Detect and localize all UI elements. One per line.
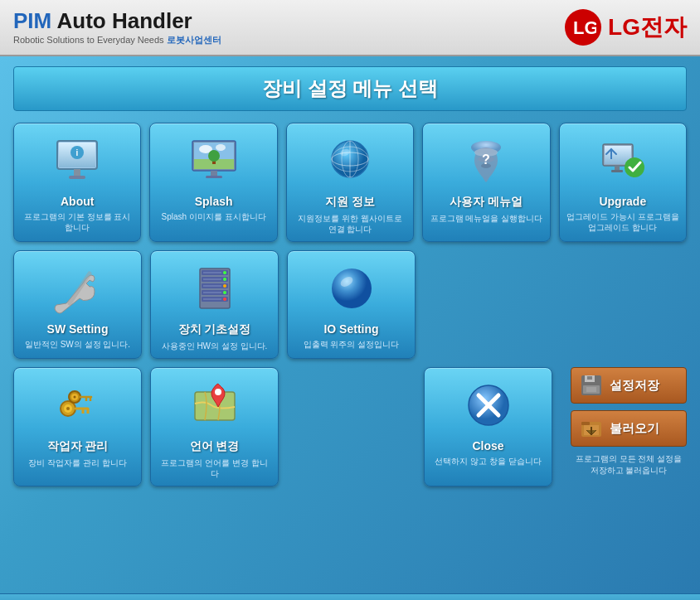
svg-rect-78 (581, 422, 590, 425)
menu-card-support[interactable]: 지원 정보 지원정보를 위한 웹사이트로 연결 합니다 (286, 123, 414, 242)
load-button[interactable]: 불러오기 (571, 410, 687, 447)
menu-card-upgrade[interactable]: Upgrade 업그레이드 가능시 프로그램을 업그레이드 합니다 (559, 123, 687, 242)
save-button[interactable]: 설정저장 (571, 367, 687, 404)
upgrade-title: Upgrade (599, 195, 646, 208)
svg-point-15 (208, 150, 220, 162)
close-title: Close (472, 439, 503, 452)
svg-text:?: ? (483, 152, 491, 167)
row3-spacer (287, 367, 416, 486)
manual-desc: 프로그램 메뉴얼을 실행합니다 (430, 213, 543, 224)
upgrade-icon (594, 132, 652, 190)
menu-card-device[interactable]: 장치 기초설정 사용중인 HW의 설정 입니다. (150, 250, 279, 359)
app-title-pim: PIM (13, 8, 51, 33)
menu-row2: SW Setting 일반적인 SW의 설정 입니다. (13, 250, 687, 359)
svg-rect-74 (587, 376, 592, 380)
support-title: 지원 정보 (325, 195, 375, 210)
svg-rect-4 (74, 169, 80, 176)
svg-text:LG: LG (573, 17, 596, 38)
menu-row3: 작업자 관리 장비 작업자를 관리 합니다 (13, 367, 687, 486)
worker-desc: 장비 작업자를 관리 합니다 (28, 457, 126, 468)
menu-card-io[interactable]: IO Setting 입출력 위주의 설정입니다 (287, 250, 416, 359)
header: PIM Auto Handler Robotic Solutions to Ev… (0, 0, 700, 56)
sw-icon (49, 259, 107, 317)
menu-card-language[interactable]: 언어 변경 프로그램의 언어를 변경 합니다 (150, 367, 279, 486)
device-icon (186, 259, 244, 317)
svg-rect-5 (69, 176, 85, 179)
menu-row1: i About 프로그램의 기본 정보를 표시 합니다 (13, 123, 687, 242)
svg-rect-17 (206, 176, 222, 178)
svg-point-45 (223, 284, 226, 288)
io-desc: 입출력 위주의 설정입니다 (304, 339, 400, 350)
svg-point-44 (223, 278, 226, 281)
lg-logo-icon: LG (565, 9, 601, 46)
menu-card-splash[interactable]: Splash Splash 이미지를 표시합니다 (149, 123, 277, 242)
menu-card-manual[interactable]: ? 사용자 메뉴얼 프로그램 메뉴얼을 실행합니다 (422, 123, 550, 242)
splash-title: Splash (195, 195, 233, 208)
svg-point-68 (215, 389, 221, 395)
lg-brand-text: LG전자 (608, 12, 687, 43)
svg-point-43 (223, 271, 226, 274)
bottom-bar: 설정할 메뉴를 선택 하시기 바랍니다 (0, 593, 700, 600)
sw-desc: 일반적인 SW의 설정 입니다. (25, 339, 130, 350)
buttons-desc: 프로그램의 모든 전체 설정을 저장하고 불러옵니다 (571, 453, 687, 477)
monitor-icon: i (48, 132, 106, 190)
subtitle-kr: 로봇사업센터 (167, 35, 221, 45)
subtitle-en: Robotic Solutions to Everyday Needs (13, 35, 164, 45)
device-desc: 사용중인 HW의 설정 입니다. (162, 341, 268, 351)
svg-point-46 (223, 291, 226, 294)
menu-card-worker[interactable]: 작업자 관리 장비 작업자를 관리 합니다 (13, 367, 142, 486)
header-left: PIM Auto Handler Robotic Solutions to Ev… (13, 8, 221, 46)
svg-point-53 (332, 269, 372, 308)
svg-rect-32 (615, 166, 620, 170)
close-desc: 선택하지 않고 창을 닫습니다 (435, 456, 541, 467)
header-right: LG LG전자 (565, 9, 687, 46)
worker-icon (49, 376, 107, 434)
language-title: 언어 변경 (190, 439, 240, 454)
sw-title: SW Setting (47, 322, 109, 336)
app-subtitle: Robotic Solutions to Everyday Needs 로봇사업… (13, 34, 221, 46)
language-icon (186, 376, 244, 434)
save-icon (580, 374, 603, 397)
action-buttons: 설정저장 불러오기 프로그램의 모든 전체 설정을 저장하고 불러옵니다 (571, 367, 687, 477)
svg-rect-33 (611, 170, 623, 172)
page-title: 장비 설정 메뉴 선택 (22, 75, 678, 102)
row3-left: 작업자 관리 장비 작업자를 관리 합니다 (13, 367, 552, 486)
support-desc: 지원정보를 위한 웹사이트로 연결 합니다 (294, 213, 406, 235)
splash-desc: Splash 이미지를 표시합니다 (162, 211, 266, 222)
svg-point-63 (73, 396, 75, 399)
io-icon (323, 259, 381, 317)
load-label: 불러오기 (610, 421, 659, 437)
menu-card-about[interactable]: i About 프로그램의 기본 정보를 표시 합니다 (13, 123, 141, 242)
menu-card-sw[interactable]: SW Setting 일반적인 SW의 설정 입니다. (13, 250, 142, 359)
page-title-bar: 장비 설정 메뉴 선택 (13, 66, 687, 111)
main-content: 장비 설정 메뉴 선택 i About 프로그램의 (0, 56, 700, 593)
svg-point-57 (66, 407, 70, 410)
svg-text:i: i (76, 148, 79, 157)
about-title: About (61, 195, 94, 208)
splash-icon (185, 132, 243, 190)
menu-card-close[interactable]: Close 선택하지 않고 창을 닫습니다 (424, 367, 552, 486)
about-desc: 프로그램의 기본 정보를 표시 합니다 (21, 211, 134, 233)
app-title-rest: Auto Handler (51, 8, 192, 33)
close-icon (459, 376, 518, 434)
web-icon (321, 132, 379, 190)
upgrade-desc: 업그레이드 가능시 프로그램을 업그레이드 합니다 (566, 211, 679, 233)
save-label: 설정저장 (610, 378, 659, 394)
device-title: 장치 기초설정 (178, 322, 251, 337)
load-icon (580, 417, 603, 440)
svg-rect-16 (211, 171, 217, 176)
svg-point-12 (216, 144, 226, 151)
svg-point-47 (223, 298, 226, 301)
app-title: PIM Auto Handler (13, 8, 221, 34)
worker-title: 작업자 관리 (47, 439, 109, 454)
language-desc: 프로그램의 언어를 변경 합니다 (158, 457, 271, 479)
svg-rect-76 (586, 387, 596, 392)
manual-icon: ? (457, 132, 515, 190)
manual-title: 사용자 메뉴얼 (450, 195, 523, 210)
io-title: IO Setting (323, 322, 378, 336)
